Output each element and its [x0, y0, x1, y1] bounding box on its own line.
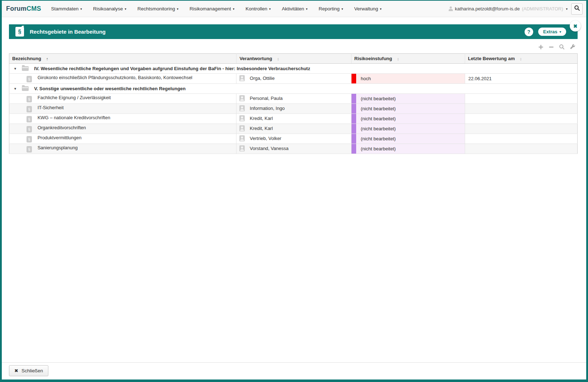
- close-dialog-button[interactable]: ✖ Schließen: [9, 365, 48, 376]
- wrench-icon: [570, 44, 575, 51]
- bezeichnung-label: Fachliche Eignung / Zuverlässigkeit: [38, 95, 111, 100]
- paragraph-icon: §: [27, 146, 32, 153]
- verantwortung-label: Vorstand, Vanessa: [250, 146, 288, 151]
- grid-settings-button[interactable]: [570, 44, 575, 51]
- collapse-all-button[interactable]: [549, 44, 554, 51]
- column-header-risikoeinstufung[interactable]: Risikoeinstufung ▲▼: [351, 54, 465, 64]
- sort-arrows-icon[interactable]: ▲▼: [397, 57, 399, 61]
- verantwortung-label: Information, Ingo: [250, 106, 285, 111]
- paragraph-icon: §: [27, 116, 32, 122]
- bezeichnung-label: Produktvermittlungen: [38, 135, 82, 140]
- risk-color-bar: [352, 74, 356, 83]
- risiko-label: (nicht bearbeitet): [361, 126, 396, 131]
- application-window: ForumCMS Stammdaten ▾ Risikoanalyse ▾ Re…: [0, 0, 588, 382]
- table-row[interactable]: § Fachliche Eignung / Zuverlässigkeit Pe…: [9, 94, 578, 104]
- table-row[interactable]: § KWG – nationale Kreditvorschriften Kre…: [9, 114, 578, 124]
- chevron-down-icon: ▾: [80, 7, 82, 11]
- paragraph-icon: §: [27, 136, 32, 142]
- nav-item-risikomanagement[interactable]: Risikomanagement ▾: [190, 6, 234, 11]
- user-account-menu[interactable]: katharina.petzoldt@forum-is.de (ADMINIST…: [448, 6, 568, 11]
- table-row[interactable]: § Produktvermittlungen Vertrieb, Volker …: [9, 134, 578, 144]
- verantwortung-label: Orga, Ottilie: [250, 76, 274, 81]
- person-icon: [239, 145, 245, 153]
- column-header-bezeichnung[interactable]: Bezeichnung ▲▼: [9, 54, 236, 64]
- person-icon: [239, 115, 245, 122]
- table-header-row: Bezeichnung ▲▼ Verantwortung ▲▼ Risikoei…: [9, 54, 578, 64]
- search-icon: [574, 5, 580, 13]
- nav-item-reporting[interactable]: Reporting ▾: [319, 6, 343, 11]
- column-header-letzte-bewertung-am[interactable]: Letzte Bewertung am ▲▼: [465, 54, 577, 64]
- extras-label: Extras: [543, 29, 558, 34]
- person-icon: [239, 75, 245, 82]
- table-row[interactable]: § Sanierungsplanung Vorstand, Vanessa (n…: [9, 144, 578, 154]
- user-role: (ADMINISTRATOR): [522, 6, 563, 11]
- bezeichnung-label: Organkreditvorschriften: [38, 125, 86, 130]
- help-button[interactable]: ?: [525, 28, 533, 36]
- paragraph-icon: §: [27, 96, 32, 102]
- sort-arrows-icon[interactable]: ▲▼: [46, 57, 48, 61]
- verantwortung-label: Vertrieb, Volker: [250, 136, 281, 141]
- chevron-down-icon: ▾: [177, 7, 179, 11]
- risiko-label: (nicht bearbeitet): [361, 106, 396, 111]
- risk-color-bar: [352, 134, 356, 144]
- person-icon: [239, 95, 245, 102]
- paragraph-icon: §: [27, 106, 32, 112]
- expand-all-button[interactable]: [538, 44, 544, 51]
- sort-arrows-icon[interactable]: ▲▼: [520, 57, 522, 61]
- collapse-arrow-icon[interactable]: ▼: [14, 67, 17, 71]
- paragraph-icon: §: [27, 126, 32, 132]
- chevron-down-icon: ▾: [269, 7, 271, 11]
- risk-color-bar: [352, 104, 356, 113]
- bezeichnung-label: IT-Sicherheit: [38, 105, 64, 110]
- chevron-down-icon: ▾: [341, 7, 343, 11]
- folder-icon: [22, 86, 29, 91]
- panel-title: Rechtsgebiete in Bearbeitung: [30, 29, 525, 35]
- nav-item-stammdaten[interactable]: Stammdaten ▾: [51, 6, 82, 11]
- collapse-arrow-icon[interactable]: ▼: [14, 87, 17, 91]
- nav-item-rechtsmonitoring[interactable]: Rechtsmonitoring ▾: [138, 6, 179, 11]
- person-icon: [239, 125, 245, 132]
- group-row[interactable]: ▼ V. Sonstige unwesentliche oder wesentl…: [9, 84, 578, 94]
- column-header-verantwortung[interactable]: Verantwortung ▲▼: [236, 54, 351, 64]
- app-logo[interactable]: ForumCMS: [6, 5, 41, 13]
- user-email: katharina.petzoldt@forum-is.de: [455, 6, 520, 11]
- risk-color-bar: [352, 124, 356, 134]
- nav-item-aktivitäten[interactable]: Aktivitäten ▾: [282, 6, 308, 11]
- chevron-down-icon: ▾: [306, 7, 308, 11]
- chevron-down-icon: ▾: [125, 7, 126, 11]
- risiko-label: (nicht bearbeitet): [361, 136, 396, 141]
- top-nav-bar: ForumCMS Stammdaten ▾ Risikoanalyse ▾ Re…: [2, 1, 586, 17]
- group-row[interactable]: ▼ IV. Wesentliche rechtliche Regelungen …: [9, 64, 578, 74]
- grid-search-button[interactable]: [559, 44, 565, 51]
- minus-icon: [549, 44, 554, 51]
- risiko-label: hoch: [361, 76, 371, 81]
- bezeichnung-label: Sanierungsplanung: [38, 145, 78, 150]
- rechtsgebiete-table: Bezeichnung ▲▼ Verantwortung ▲▼ Risikoei…: [9, 53, 578, 154]
- plus-icon: [538, 44, 544, 51]
- risk-color-bar: [352, 144, 356, 154]
- chevron-down-icon: ▾: [380, 7, 382, 11]
- verantwortung-label: Kredit, Karl: [250, 116, 273, 121]
- global-search-button[interactable]: [571, 3, 583, 15]
- dialog-footer: ✖ Schließen: [2, 362, 586, 379]
- nav-item-risikoanalyse[interactable]: Risikoanalyse ▾: [93, 6, 126, 11]
- panel-close-button[interactable]: ✖: [570, 20, 581, 32]
- risiko-label: (nicht bearbeitet): [361, 96, 396, 101]
- nav-item-kontrollen[interactable]: Kontrollen ▾: [245, 6, 271, 11]
- chevron-down-icon: ▾: [559, 30, 561, 34]
- table-row[interactable]: § IT-Sicherheit Information, Ingo (nicht…: [9, 104, 578, 114]
- table-row[interactable]: § Girokonto einschließlich Pfändungsschu…: [9, 74, 578, 84]
- app-logo-part2: CMS: [27, 5, 41, 12]
- risk-color-bar: [352, 94, 356, 103]
- extras-button[interactable]: Extras ▾: [538, 28, 566, 36]
- bezeichnung-label: KWG – nationale Kreditvorschriften: [38, 115, 110, 120]
- sort-arrows-icon[interactable]: ▲▼: [277, 57, 279, 61]
- app-logo-part1: Forum: [6, 5, 27, 12]
- risiko-label: (nicht bearbeitet): [361, 116, 396, 121]
- chevron-down-icon: ▾: [566, 7, 568, 11]
- table-row[interactable]: § Organkreditvorschriften Kredit, Karl (…: [9, 124, 578, 134]
- person-icon: [239, 135, 245, 142]
- nav-item-verwaltung[interactable]: Verwaltung ▾: [354, 6, 381, 11]
- grid-toolbar: [9, 39, 578, 53]
- verantwortung-label: Kredit, Karl: [250, 126, 273, 131]
